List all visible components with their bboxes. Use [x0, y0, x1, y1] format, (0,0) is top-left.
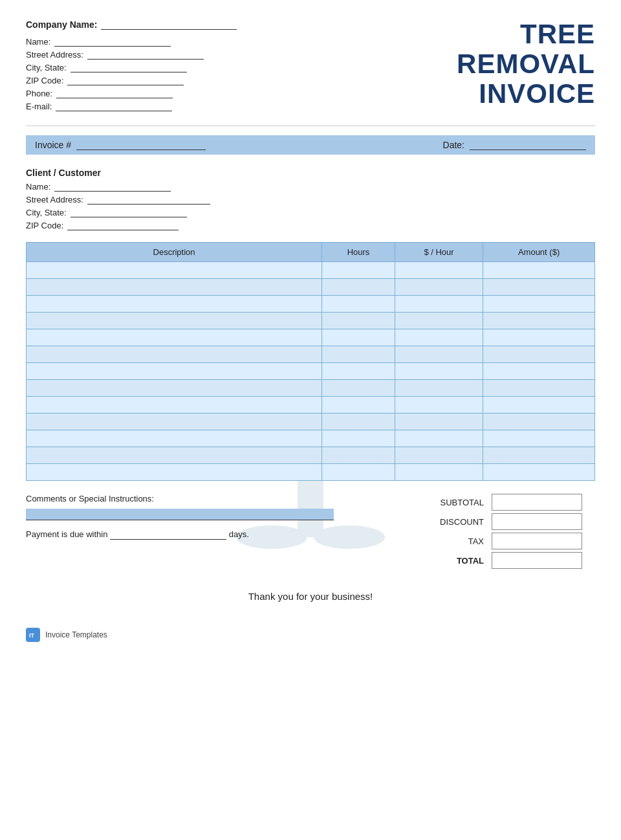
client-street-input[interactable] — [87, 194, 210, 204]
table-cell[interactable] — [27, 430, 322, 447]
table-cell[interactable] — [322, 279, 395, 296]
city-input[interactable] — [71, 62, 187, 72]
table-cell[interactable] — [483, 464, 595, 481]
table-cell[interactable] — [322, 380, 395, 397]
date-input[interactable] — [470, 140, 586, 150]
payment-before-label: Payment is due within — [26, 529, 107, 539]
tax-box[interactable] — [492, 533, 582, 549]
invoice-bar: Invoice # Date: — [26, 135, 595, 155]
table-row — [27, 380, 595, 397]
table-row — [27, 262, 595, 279]
table-cell[interactable] — [27, 363, 322, 380]
client-name-input[interactable] — [54, 181, 171, 192]
table-cell[interactable] — [322, 397, 395, 414]
comments-label: Comments or Special Instructions: — [26, 494, 388, 503]
table-cell[interactable] — [322, 363, 395, 380]
table-cell[interactable] — [322, 262, 395, 279]
street-input[interactable] — [87, 49, 204, 60]
discount-box[interactable] — [492, 513, 582, 530]
invoice-number-input[interactable] — [76, 140, 206, 150]
table-cell[interactable] — [483, 296, 595, 313]
table-cell[interactable] — [483, 346, 595, 363]
table-cell[interactable] — [27, 313, 322, 329]
comments-underline — [26, 509, 334, 520]
table-cell[interactable] — [483, 397, 595, 414]
table-cell[interactable] — [27, 296, 322, 313]
table-cell[interactable] — [27, 464, 322, 481]
total-box[interactable] — [492, 552, 582, 569]
table-cell[interactable] — [395, 262, 483, 279]
name-input[interactable] — [54, 36, 171, 47]
table-row — [27, 329, 595, 346]
table-cell[interactable] — [483, 262, 595, 279]
table-cell[interactable] — [395, 279, 483, 296]
table-cell[interactable] — [395, 346, 483, 363]
table-cell[interactable] — [322, 346, 395, 363]
table-cell[interactable] — [27, 447, 322, 464]
table-cell[interactable] — [322, 430, 395, 447]
table-cell[interactable] — [322, 313, 395, 329]
table-cell[interactable] — [483, 329, 595, 346]
thank-you: Thank you for your business! — [26, 591, 595, 602]
table-cell[interactable] — [322, 329, 395, 346]
payment-after-label: days. — [229, 529, 249, 539]
footer-icon: IT — [26, 628, 40, 642]
table-cell[interactable] — [483, 414, 595, 430]
table-cell[interactable] — [395, 380, 483, 397]
client-street-label: Street Address: — [26, 195, 83, 204]
payment-line: Payment is due within days. — [26, 529, 388, 540]
table-row — [27, 414, 595, 430]
phone-input[interactable] — [56, 88, 173, 98]
table-row — [27, 313, 595, 329]
svg-text:IT: IT — [29, 632, 35, 639]
table-cell[interactable] — [395, 296, 483, 313]
table-cell[interactable] — [395, 313, 483, 329]
table-row — [27, 430, 595, 447]
table-cell[interactable] — [395, 464, 483, 481]
table-cell[interactable] — [395, 329, 483, 346]
table-cell[interactable] — [483, 430, 595, 447]
client-zip-input[interactable] — [67, 220, 179, 230]
table-row — [27, 346, 595, 363]
table-cell[interactable] — [27, 380, 322, 397]
table-cell[interactable] — [27, 346, 322, 363]
table-row — [27, 397, 595, 414]
table-cell[interactable] — [395, 447, 483, 464]
email-input[interactable] — [56, 101, 172, 111]
table-cell[interactable] — [322, 296, 395, 313]
table-cell[interactable] — [483, 380, 595, 397]
days-input[interactable] — [110, 529, 226, 540]
table-cell[interactable] — [27, 414, 322, 430]
table-cell[interactable] — [395, 363, 483, 380]
company-name-label: Company Name: — [26, 19, 97, 30]
name-label: Name: — [26, 37, 50, 47]
table-cell[interactable] — [27, 279, 322, 296]
table-row — [27, 363, 595, 380]
table-cell[interactable] — [27, 397, 322, 414]
zip-input[interactable] — [67, 75, 184, 85]
table-cell[interactable] — [322, 414, 395, 430]
table-cell[interactable] — [322, 447, 395, 464]
table-cell[interactable] — [483, 447, 595, 464]
company-name-input[interactable] — [101, 19, 237, 30]
table-cell[interactable] — [27, 262, 322, 279]
table-row — [27, 447, 595, 464]
bottom-section: Comments or Special Instructions: Paymen… — [26, 494, 595, 571]
table-cell[interactable] — [483, 313, 595, 329]
table-cell[interactable] — [322, 464, 395, 481]
header: Company Name: Name: Street Address: City… — [26, 19, 595, 114]
client-city-input[interactable] — [71, 207, 187, 217]
client-section: Client / Customer Name: Street Address: … — [26, 168, 595, 230]
table-header-amount: Amount ($) — [483, 243, 595, 262]
table-row — [27, 464, 595, 481]
table-cell[interactable] — [395, 414, 483, 430]
invoice-title: TREE REMOVAL INVOICE — [444, 19, 595, 109]
table-cell[interactable] — [395, 430, 483, 447]
total-row: TOTAL — [414, 552, 595, 569]
table-cell[interactable] — [483, 363, 595, 380]
tax-row: TAX — [414, 533, 595, 549]
subtotal-box[interactable] — [492, 494, 582, 511]
table-cell[interactable] — [395, 397, 483, 414]
table-cell[interactable] — [27, 329, 322, 346]
table-cell[interactable] — [483, 279, 595, 296]
